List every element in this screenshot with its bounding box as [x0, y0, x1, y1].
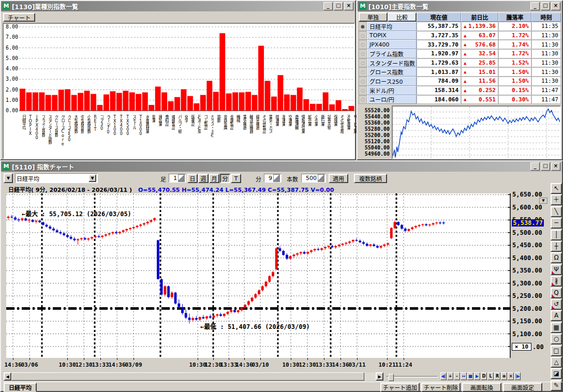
cycle-lines-tool-icon[interactable]: ↺ [551, 299, 562, 310]
close-button[interactable]: × [551, 162, 560, 171]
screen-settings-button[interactable]: 画面設定 [503, 383, 542, 392]
row-selector-radio[interactable]: ○ [359, 40, 367, 49]
table-row[interactable]: ○プライム指数1,920.97▲32.541.72%11:30 [359, 49, 561, 58]
index-name[interactable]: グロース250 [367, 77, 417, 86]
chart-scrollbar-thumb[interactable] [11, 372, 364, 381]
point-marker-tool-icon[interactable]: ┼ [551, 241, 562, 252]
table-row[interactable]: ○JPX40033,729.70▲576.681.74%11:30 [359, 40, 561, 49]
table-row[interactable]: ○スタンダード指数1,729.63▲25.851.52%11:30 [359, 58, 561, 68]
alert-bell-icon[interactable]: Ω [551, 252, 562, 263]
table-row[interactable]: ○グロース指数1,013.87▲15.011.50%11:30 [359, 67, 561, 77]
sector-titlebar[interactable]: M [1130]業種別指数一覧 _ □ × [1, 1, 355, 11]
spinner-icon[interactable] [273, 174, 280, 182]
scroll-left-button[interactable]: ◀ [4, 372, 11, 381]
row-selector-radio[interactable]: ○ [359, 86, 367, 95]
skip-end-button[interactable]: |▶ [514, 372, 521, 380]
row-selector-radio[interactable]: ● [359, 22, 367, 31]
zoom-slider-handle[interactable] [389, 374, 394, 381]
vertical-line-tool-icon[interactable]: │ [551, 230, 562, 240]
clear-button[interactable]: × [508, 372, 514, 380]
row-selector-radio[interactable]: ○ [359, 95, 367, 104]
trendline-tool-icon[interactable]: ╲ [551, 206, 562, 217]
scroll-right-button[interactable]: ▶ [376, 372, 383, 381]
index-name[interactable]: 米ドル/円 [367, 86, 417, 95]
period-button-月[interactable]: 月 [209, 174, 219, 183]
close-button[interactable]: × [344, 2, 353, 10]
row-selector-radio[interactable]: ○ [359, 31, 367, 40]
column-header[interactable]: 現在値 [417, 12, 461, 22]
triangle-tool-icon[interactable]: △ [551, 357, 562, 368]
bar-interval-field[interactable]: 1 [169, 174, 186, 183]
switch-screen-button[interactable]: 画面転換 [462, 383, 501, 392]
symbol-combobox[interactable]: 日経平均 ▼ [15, 173, 98, 183]
zoom-out-button[interactable]: - [454, 372, 460, 380]
zoom-in-button[interactable]: + [447, 372, 453, 380]
text-tool-icon[interactable]: A [551, 310, 562, 321]
table-row[interactable]: ●日経平均55,387.75▲1,139.362.10%11:35 [359, 22, 561, 31]
compare-mode-button[interactable]: 比較 [388, 12, 417, 22]
period-button-週[interactable]: 週 [198, 174, 209, 183]
index-name[interactable]: プライム指数 [367, 49, 417, 58]
spinner-icon[interactable] [178, 174, 185, 182]
index-name[interactable]: JPX400 [367, 40, 417, 49]
close-button[interactable]: × [551, 2, 560, 10]
grid-tool-icon[interactable]: ▦ [551, 322, 562, 333]
minimize-button[interactable]: _ [323, 2, 333, 10]
index-name[interactable]: ユーロ/円 [367, 95, 417, 104]
indices-titlebar[interactable]: M [1010]主要指数一覧 _ □ × [358, 1, 562, 11]
period-button-日[interactable]: 日 [187, 174, 198, 183]
minute-value-field[interactable]: 9 [264, 174, 282, 183]
tab-nikkei[interactable]: 日経平均 [4, 383, 37, 392]
multi-symbol-button[interactable]: 複数銘柄 [354, 174, 387, 183]
column-header[interactable]: 時刻 [531, 12, 561, 22]
zoom-slider-track[interactable] [387, 376, 438, 378]
maximize-button[interactable]: □ [541, 2, 550, 10]
bar-count-field[interactable]: 500 [301, 174, 326, 183]
index-name[interactable]: TOPIX [367, 31, 417, 40]
apply-button[interactable]: 適用 [329, 174, 348, 183]
spinner-icon[interactable] [318, 174, 324, 182]
reset-button[interactable]: R [494, 372, 500, 380]
ellipse-tool-icon[interactable]: ○ [551, 334, 562, 344]
table-row[interactable]: ○ユーロ/円184.060▲0.5510.30%11:47 [359, 95, 561, 104]
axis-scroll-icon[interactable]: ▼ [539, 198, 547, 204]
magnify-button[interactable]: ⊕ [501, 372, 507, 380]
period-button-T[interactable]: T [231, 174, 241, 183]
skip-start-button[interactable]: ◀| [440, 372, 447, 380]
combo-arrow-icon[interactable]: ▼ [88, 174, 96, 182]
single-mode-button[interactable]: 単独 [359, 12, 388, 22]
daily-button[interactable]: D [481, 372, 487, 380]
quote-note-tool-icon[interactable]: Q [551, 288, 562, 298]
row-selector-radio[interactable]: ○ [359, 58, 367, 68]
sector-chart-button[interactable]: チャート [3, 13, 35, 22]
index-name[interactable]: グロース指数 [367, 67, 417, 77]
minimize-button[interactable]: _ [530, 2, 540, 10]
crosshair-tool-icon[interactable]: ＋ [551, 194, 562, 205]
chart-scrollbar-track[interactable] [11, 372, 376, 381]
horizontal-line-tool-icon[interactable]: ─ [551, 218, 562, 229]
add-chart-button[interactable]: チャート追加 [380, 383, 420, 392]
delete-chart-button[interactable]: チャート削除 [421, 383, 461, 392]
index-name[interactable]: 日経平均 [367, 22, 417, 31]
minimize-button[interactable]: _ [530, 162, 540, 171]
table-row[interactable]: ○米ドル/円158.314▲0.2520.15%11:47 [359, 86, 561, 95]
row-selector-radio[interactable]: ○ [359, 49, 367, 58]
rectangle-tool-icon[interactable]: □ [551, 345, 562, 356]
chart-titlebar[interactable]: M [5110] 指数チャート _ □ × [1, 161, 562, 172]
candlestick-chart[interactable] [6, 193, 511, 358]
row-selector-radio[interactable]: ○ [359, 67, 367, 77]
pitchfork-tool-icon[interactable]: Ψ [551, 264, 562, 275]
index-name[interactable]: スタンダード指数 [367, 58, 417, 68]
table-row[interactable]: ○TOPIX3,727.35▲63.071.72%11:30 [359, 31, 561, 40]
maximize-button[interactable]: □ [334, 2, 343, 10]
row-selector-radio[interactable]: ○ [359, 77, 367, 86]
fit-width-button[interactable]: ↔ [461, 372, 467, 380]
column-header[interactable]: 騰落率 [498, 12, 531, 22]
table-row[interactable]: ○グロース250784.09▲11.561.50%11:30 [359, 77, 561, 86]
cursor-tool-icon[interactable]: ↖ [551, 183, 562, 194]
stop-button[interactable]: ■ [467, 372, 473, 380]
play-button[interactable]: ▶ [474, 372, 480, 380]
maximize-button[interactable]: □ [541, 162, 550, 171]
period-button-分[interactable]: 分 [220, 174, 230, 183]
column-header[interactable]: 前日比 [461, 12, 498, 22]
